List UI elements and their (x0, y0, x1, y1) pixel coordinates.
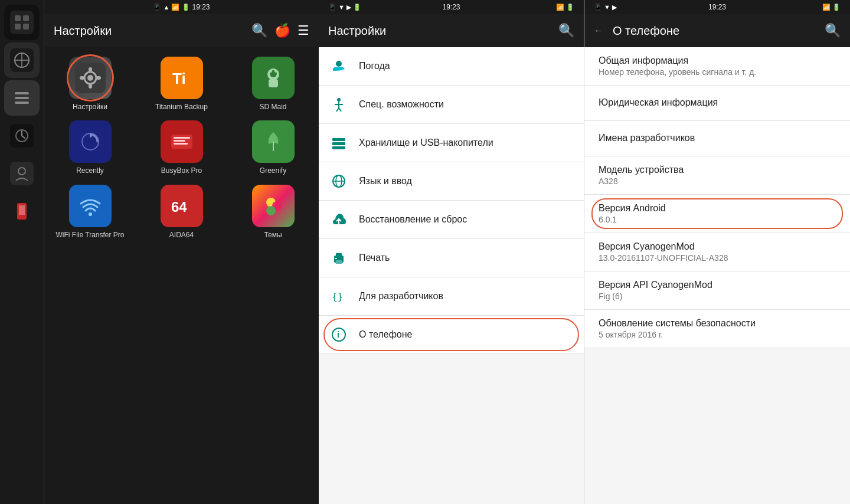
settings-status-time: 19:23 (442, 3, 460, 11)
settings-item-print[interactable]: Печать (319, 239, 584, 277)
side-icon-2[interactable] (4, 42, 40, 78)
svg-rect-59 (332, 142, 345, 145)
about-devnames-title: Имена разработчиков (599, 133, 836, 143)
about-api-title: Версия API CyanogenMod (599, 280, 836, 290)
svg-rect-41 (174, 143, 188, 145)
settings-status-bar: 📱 ▼ ▶ 🔋 19:23 📶 🔋 (319, 0, 584, 14)
about-android-value: 6.0.1 (599, 215, 836, 224)
app-wifi[interactable]: WiFi File Transfer Pro (49, 185, 131, 239)
app-busybox[interactable]: BusyBox Pro (140, 120, 223, 175)
about-security[interactable]: Обновление системы безопасности 5 октябр… (584, 310, 850, 348)
app-aida[interactable]: 64 AIDA64 (140, 185, 223, 239)
developer-icon: {} (328, 286, 349, 307)
nastroyki-circle (67, 54, 114, 102)
svg-rect-15 (10, 162, 34, 185)
svg-rect-10 (15, 92, 29, 94)
app-greenify[interactable]: Greenify (232, 120, 314, 175)
titanium-label: Titanium Backup (155, 103, 208, 111)
side-icon-5[interactable] (4, 156, 40, 191)
app-grid: Настройки Ti Titanium Backup (44, 47, 319, 504)
settings-item-about[interactable]: i О телефоне (319, 316, 584, 354)
side-icon-3[interactable] (4, 80, 40, 116)
right-section: 📱 ▼ ▶ 🔋 19:23 📶 🔋 Настройки 🔍 Погода (319, 0, 850, 504)
titanium-icon: Ti (161, 57, 203, 99)
about-android-title: Версия Android (599, 203, 836, 214)
aida-icon: 64 (161, 185, 203, 227)
recently-label: Recently (76, 166, 104, 175)
svg-point-33 (274, 70, 277, 73)
settings-header: Настройки 🔍 (319, 14, 584, 47)
about-cm-version[interactable]: Версия CyanogenMod 13.0-20161107-UNOFFIC… (584, 233, 850, 271)
about-legal[interactable]: Юридическая информация (584, 86, 850, 121)
print-icon (328, 247, 349, 269)
svg-rect-4 (23, 24, 29, 30)
middle-status-time: 19:23 (192, 3, 210, 11)
app-themes[interactable]: Темы (232, 185, 314, 239)
settings-item-accessibility[interactable]: Спец. возможности (319, 86, 584, 124)
svg-point-45 (89, 212, 92, 216)
middle-apple-icon[interactable]: 🍎 (274, 23, 290, 38)
about-model[interactable]: Модель устройства A328 (584, 156, 850, 195)
svg-point-52 (336, 61, 342, 67)
weather-label: Погода (359, 61, 390, 71)
svg-rect-3 (15, 24, 21, 30)
svg-rect-12 (15, 102, 29, 104)
about-android-version[interactable]: Версия Android 6.0.1 (584, 195, 850, 233)
settings-item-storage[interactable]: Хранилище и USB-накопители (319, 124, 584, 162)
side-icon-4[interactable] (4, 118, 40, 153)
svg-point-53 (337, 98, 341, 102)
middle-menu-icon[interactable]: ☰ (298, 23, 309, 38)
svg-text:{}: {} (332, 291, 343, 302)
settings-panel: 📱 ▼ ▶ 🔋 19:23 📶 🔋 Настройки 🔍 Погода (319, 0, 584, 504)
about-icon: i (328, 324, 349, 345)
settings-search-icon[interactable]: 🔍 (558, 23, 574, 38)
about-status-time: 19:23 (708, 3, 726, 11)
accessibility-label: Спец. возможности (359, 99, 444, 110)
settings-item-backup[interactable]: Восстановление и сброс (319, 201, 584, 239)
about-panel: 📱 ▼ ▶ 19:23 📶 🔋 ← О телефоне 🔍 Общая инф… (584, 0, 850, 504)
print-label: Печать (359, 253, 390, 263)
sdmaid-label: SD Maid (259, 103, 286, 111)
svg-rect-68 (335, 258, 337, 259)
about-api-value: Fig (6) (599, 292, 836, 301)
recently-icon (69, 120, 112, 163)
about-api-version[interactable]: Версия API CyanogenMod Fig (6) (584, 271, 850, 310)
sdmaid-icon (252, 57, 295, 99)
about-legal-title: Юридическая информация (599, 97, 836, 108)
android-version-wrapper: Версия Android 6.0.1 (599, 203, 836, 224)
about-model-title: Модель устройства (599, 165, 836, 175)
settings-item-weather[interactable]: Погода (319, 47, 584, 86)
greenify-label: Greenify (260, 166, 286, 175)
backup-icon (328, 209, 349, 230)
svg-text:Ti: Ti (172, 70, 186, 87)
app-recently[interactable]: Recently (49, 120, 131, 175)
wifi-icon (69, 185, 112, 227)
app-titanium[interactable]: Ti Titanium Backup (140, 57, 223, 111)
back-arrow[interactable]: ← (594, 25, 603, 36)
app-nastroyki[interactable]: Настройки (49, 57, 131, 111)
side-icon-1[interactable] (4, 5, 40, 40)
svg-rect-1 (15, 15, 21, 21)
language-icon (328, 171, 349, 192)
greenify-icon (252, 120, 295, 163)
svg-rect-2 (23, 15, 29, 21)
svg-point-51 (266, 206, 276, 215)
settings-list: Погода Спец. возможности (319, 47, 584, 504)
about-status-bar: 📱 ▼ ▶ 19:23 📶 🔋 (584, 0, 850, 14)
about-search-icon[interactable]: 🔍 (825, 23, 841, 38)
busybox-label: BusyBox Pro (161, 166, 202, 175)
svg-line-57 (339, 108, 341, 112)
middle-header: Настройки 🔍 🍎 ☰ (44, 14, 319, 47)
svg-rect-19 (19, 205, 25, 215)
wifi-label: WiFi File Transfer Pro (55, 231, 124, 239)
about-general[interactable]: Общая информация Номер телефона, уровень… (584, 47, 850, 86)
app-sdmaid[interactable]: SD Maid (232, 57, 314, 111)
settings-item-language[interactable]: Язык и ввод (319, 162, 584, 201)
svg-text:i: i (337, 330, 339, 339)
about-devnames[interactable]: Имена разработчиков (584, 121, 850, 156)
middle-search-icon[interactable]: 🔍 (251, 23, 267, 38)
svg-rect-39 (174, 137, 190, 139)
settings-item-developer[interactable]: {} Для разработчиков (319, 277, 584, 316)
side-icon-6[interactable] (4, 194, 40, 229)
about-general-title: Общая информация (599, 55, 836, 66)
